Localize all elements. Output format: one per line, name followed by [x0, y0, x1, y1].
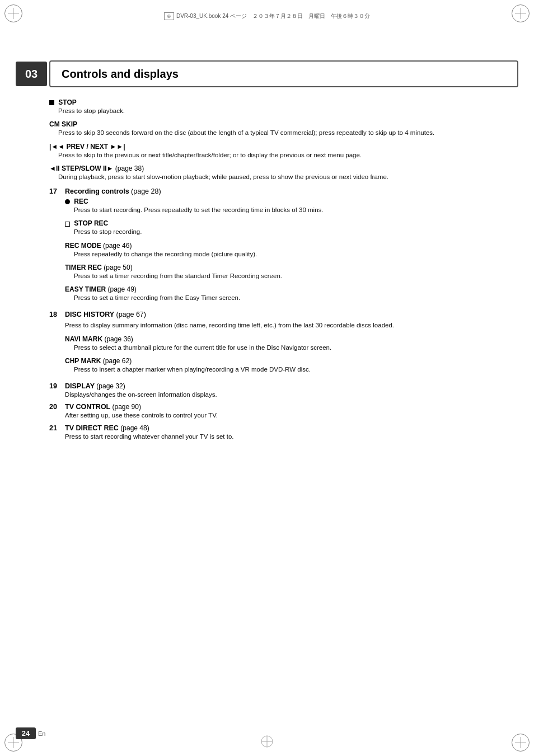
- corner-mark-tl: [4, 4, 27, 27]
- rec-body: Press to start recording. Press repeated…: [74, 205, 518, 215]
- step-slow-item: ◄II STEP/SLOW II► (page 38) During playb…: [49, 165, 518, 182]
- cm-skip-title: CM SKIP: [49, 120, 518, 128]
- prev-next-title: |◄◄ PREV / NEXT ►►|: [49, 143, 518, 151]
- page-title: Controls and displays: [62, 68, 179, 81]
- rec-item: REC Press to start recording. Press repe…: [65, 198, 518, 215]
- section-19-content: DISPLAY (page 32) Displays/changes the o…: [65, 382, 518, 400]
- section-17-content: Recording controls (page 28) REC Press t…: [65, 187, 518, 307]
- tv-control-body: After setting up, use these controls to …: [65, 411, 518, 420]
- page: ⊕ DVR-03_UK.book 24 ページ ２０３年７月２８日 月曜日 午後…: [0, 0, 534, 756]
- corner-mark-tr: [507, 4, 530, 27]
- chp-mark-body: Press to insert a chapter marker when pl…: [74, 365, 518, 374]
- step-slow-title: ◄II STEP/SLOW II► (page 38): [49, 165, 518, 172]
- timer-rec-title: TIMER REC (page 50): [65, 264, 518, 271]
- tv-direct-rec-section: 21 TV DIRECT REC (page 48) Press to star…: [49, 424, 518, 442]
- navi-mark-body: Press to select a thumbnail picture for …: [74, 343, 518, 353]
- stop-rec-body: Press to stop recording.: [74, 227, 518, 237]
- cm-skip-item: CM SKIP Press to skip 30 seconds forward…: [49, 120, 518, 138]
- section-21-number: 21: [49, 424, 65, 442]
- stop-title: STOP: [49, 98, 518, 106]
- arrow-indicator: ⊕: [164, 12, 174, 20]
- section-17-title: Recording controls (page 28): [65, 187, 518, 195]
- stop-icon: [49, 100, 54, 105]
- stop-rec-item: STOP REC Press to stop recording.: [65, 219, 518, 237]
- chp-mark-title: CHP MARK (page 62): [65, 357, 518, 365]
- section-20-content: TV CONTROL (page 90) After setting up, u…: [65, 403, 518, 420]
- chp-mark-item: CHP MARK (page 62) Press to insert a cha…: [65, 357, 518, 374]
- content-area: STOP Press to stop playback. CM SKIP Pre…: [49, 98, 518, 711]
- prev-next-body: Press to skip to the previous or next ti…: [58, 151, 518, 160]
- step-slow-body: During playback, press to start slow-mot…: [58, 172, 518, 182]
- rec-mode-body: Press repeatedly to change the recording…: [74, 250, 518, 259]
- tv-control-section: 20 TV CONTROL (page 90) After setting up…: [49, 403, 518, 420]
- stop-item: STOP Press to stop playback.: [49, 98, 518, 116]
- easy-timer-item: EASY TIMER (page 49) Press to set a time…: [65, 285, 518, 303]
- rec-mode-title: REC MODE (page 46): [65, 242, 518, 250]
- header-bar: Controls and displays: [49, 60, 518, 87]
- section-19-title: DISPLAY (page 32): [65, 382, 125, 390]
- tv-direct-rec-body: Press to start recording whatever channe…: [65, 432, 518, 442]
- rec-mode-item: REC MODE (page 46) Press repeatedly to c…: [65, 242, 518, 259]
- stoprec-icon: [65, 222, 70, 227]
- display-section: 19 DISPLAY (page 32) Displays/changes th…: [49, 382, 518, 400]
- timer-rec-item: TIMER REC (page 50) Press to set a timer…: [65, 264, 518, 281]
- navi-mark-title: NAVI MARK (page 36): [65, 335, 518, 343]
- disc-history-section: 18 DISC HISTORY (page 67) Press to displ…: [49, 311, 518, 379]
- bottom-center-mark: [260, 735, 274, 748]
- section-18-title: DISC HISTORY (page 67): [65, 311, 518, 318]
- chapter-number: 03: [16, 62, 47, 86]
- prev-next-item: |◄◄ PREV / NEXT ►►| Press to skip to the…: [49, 143, 518, 160]
- section-20-title: TV CONTROL (page 90): [65, 403, 141, 411]
- stop-body: Press to stop playback.: [58, 106, 518, 116]
- rec-icon: [65, 199, 70, 204]
- meta-text: DVR-03_UK.book 24 ページ ２０３年７月２８日 月曜日 午後６時…: [176, 12, 370, 20]
- easy-timer-body: Press to set a timer recording from the …: [74, 293, 518, 303]
- navi-mark-item: NAVI MARK (page 36) Press to select a th…: [65, 335, 518, 353]
- meta-line: ⊕ DVR-03_UK.book 24 ページ ２０３年７月２８日 月曜日 午後…: [34, 12, 500, 20]
- section-18-number: 18: [49, 311, 65, 379]
- display-body: Displays/changes the on-screen informati…: [65, 390, 518, 400]
- section-19-number: 19: [49, 382, 65, 400]
- stop-rec-title: STOP REC: [65, 219, 518, 227]
- section-20-number: 20: [49, 403, 65, 420]
- disc-history-body: Press to display summary information (di…: [65, 321, 518, 330]
- page-lang: En: [38, 730, 45, 737]
- recording-controls-section: 17 Recording controls (page 28) REC Pres…: [49, 187, 518, 307]
- stop-group: STOP Press to stop playback. CM SKIP Pre…: [49, 98, 518, 182]
- section-21-title: TV DIRECT REC (page 48): [65, 424, 149, 432]
- section-17-number: 17: [49, 187, 65, 307]
- cm-skip-body: Press to skip 30 seconds forward on the …: [58, 128, 518, 138]
- rec-title: REC: [65, 198, 518, 205]
- section-21-content: TV DIRECT REC (page 48) Press to start r…: [65, 424, 518, 442]
- page-number: 24: [16, 727, 36, 739]
- easy-timer-title: EASY TIMER (page 49): [65, 285, 518, 293]
- section-18-content: DISC HISTORY (page 67) Press to display …: [65, 311, 518, 379]
- timer-rec-body: Press to set a timer recording from the …: [74, 271, 518, 281]
